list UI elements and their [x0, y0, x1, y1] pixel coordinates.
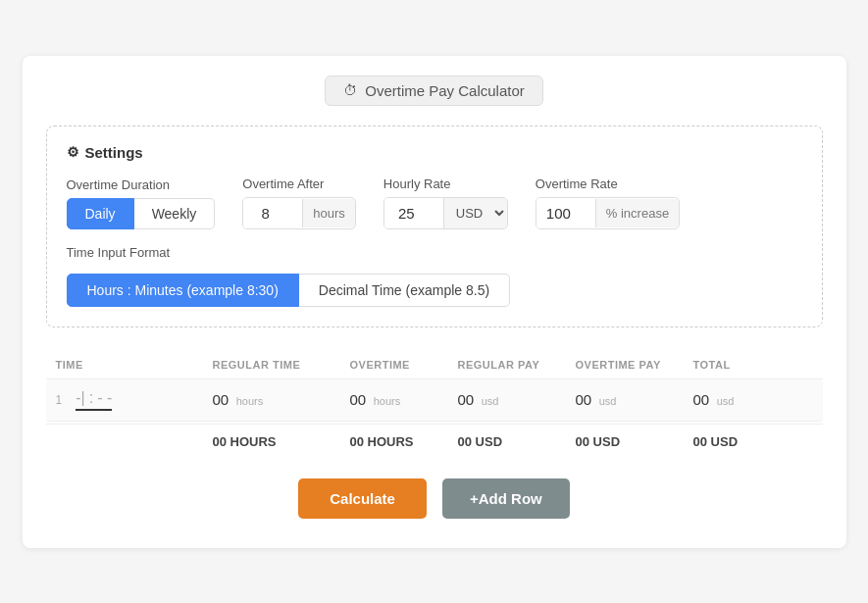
overtime-rate-field: Overtime Rate % increase [536, 176, 680, 229]
overtime-rate-suffix: % increase [595, 199, 679, 227]
overtime-value: 00 [350, 391, 367, 408]
overtime-duration-label: Overtime Duration [67, 177, 216, 192]
hourly-rate-input[interactable] [384, 198, 443, 228]
regular-time-value: 00 [213, 391, 230, 408]
time-table: TIME REGULAR TIME OVERTIME REGULAR PAY O… [46, 351, 823, 459]
overtime-rate-input[interactable] [536, 198, 595, 228]
overtime-pay-cell: 00 usd [576, 391, 693, 409]
overtime-cell: 00 hours [350, 391, 458, 409]
overtime-after-input[interactable] [243, 198, 302, 228]
overtime-duration-field: Overtime Duration Daily Weekly [67, 177, 216, 229]
overtime-rate-input-group: % increase [536, 197, 680, 229]
col-total: TOTAL [693, 359, 772, 371]
app-title-bar: ⏱ Overtime Pay Calculator [325, 75, 543, 106]
regular-pay-cell: 00 usd [458, 391, 576, 409]
hourly-rate-label: Hourly Rate [383, 176, 508, 191]
app-title: Overtime Pay Calculator [365, 82, 525, 99]
clock-icon: ⏱ [343, 82, 357, 98]
time-format-label: Time Input Format [67, 245, 802, 260]
overtime-after-field: Overtime After hours [242, 176, 356, 229]
overtime-duration-toggle: Daily Weekly [67, 198, 216, 229]
settings-panel: ⚙ Settings Overtime Duration Daily Weekl… [46, 126, 823, 327]
time-input-display[interactable]: -| : - - [76, 389, 112, 411]
table-header-row: TIME REGULAR TIME OVERTIME REGULAR PAY O… [46, 351, 823, 379]
time-hour-part: -| [76, 389, 84, 407]
overtime-rate-label: Overtime Rate [536, 176, 680, 191]
time-format-toggle: Hours : Minutes (example 8:30) Decimal T… [67, 274, 802, 307]
total-unit: usd [717, 395, 735, 407]
calculate-button[interactable]: Calculate [298, 478, 427, 519]
regular-pay-unit: usd [482, 395, 499, 407]
overtime-after-suffix: hours [302, 199, 355, 227]
time-separator: : [89, 389, 93, 407]
settings-heading: ⚙ Settings [67, 144, 802, 161]
overtime-pay-unit: usd [599, 395, 617, 407]
time-input-cell: 1 -| : - - [56, 389, 213, 411]
time-format-field: Time Input Format Hours : Minutes (examp… [67, 245, 802, 307]
overtime-after-label: Overtime After [242, 176, 356, 191]
daily-button[interactable]: Daily [67, 198, 134, 229]
table-footer-row: 00 HOURS 00 HOURS 00 USD 00 USD 00 USD [46, 424, 823, 459]
col-regular-time: REGULAR TIME [213, 359, 350, 371]
header-section: ⏱ Overtime Pay Calculator [46, 75, 823, 106]
weekly-button[interactable]: Weekly [134, 198, 216, 229]
regular-time-cell: 00 hours [213, 391, 350, 409]
overtime-after-input-group: hours [242, 197, 356, 229]
gear-icon: ⚙ [67, 144, 79, 160]
footer-overtime-pay: 00 USD [576, 434, 693, 449]
footer-total: 00 USD [693, 434, 772, 449]
overtime-pay-value: 00 [576, 391, 592, 408]
hm-format-button[interactable]: Hours : Minutes (example 8:30) [67, 274, 299, 307]
add-row-button[interactable]: +Add Row [442, 478, 570, 519]
hourly-rate-input-group: USD EUR GBP [383, 197, 508, 229]
footer-regular-time: 00 HOURS [213, 434, 350, 449]
decimal-format-button[interactable]: Decimal Time (example 8.5) [299, 274, 510, 307]
col-time: TIME [56, 359, 213, 371]
time-minute-part: - - [97, 389, 112, 407]
col-overtime: OVERTIME [350, 359, 458, 371]
col-regular-pay: REGULAR PAY [458, 359, 576, 371]
table-row: 1 -| : - - 00 hours 00 hours 00 usd 00 [46, 379, 823, 422]
footer-time [56, 434, 213, 449]
currency-select[interactable]: USD EUR GBP [443, 198, 507, 228]
footer-regular-pay: 00 USD [458, 434, 576, 449]
actions-bar: Calculate +Add Row [46, 478, 823, 519]
regular-pay-value: 00 [458, 391, 475, 408]
footer-overtime: 00 HOURS [350, 434, 458, 449]
total-cell: 00 usd [693, 391, 772, 409]
regular-time-unit: hours [236, 395, 264, 407]
row-number: 1 [56, 393, 63, 407]
hourly-rate-field: Hourly Rate USD EUR GBP [383, 176, 508, 229]
overtime-unit: hours [374, 395, 401, 407]
settings-row-1: Overtime Duration Daily Weekly Overtime … [67, 176, 802, 229]
total-value: 00 [693, 391, 710, 408]
col-overtime-pay: OVERTIME PAY [576, 359, 693, 371]
